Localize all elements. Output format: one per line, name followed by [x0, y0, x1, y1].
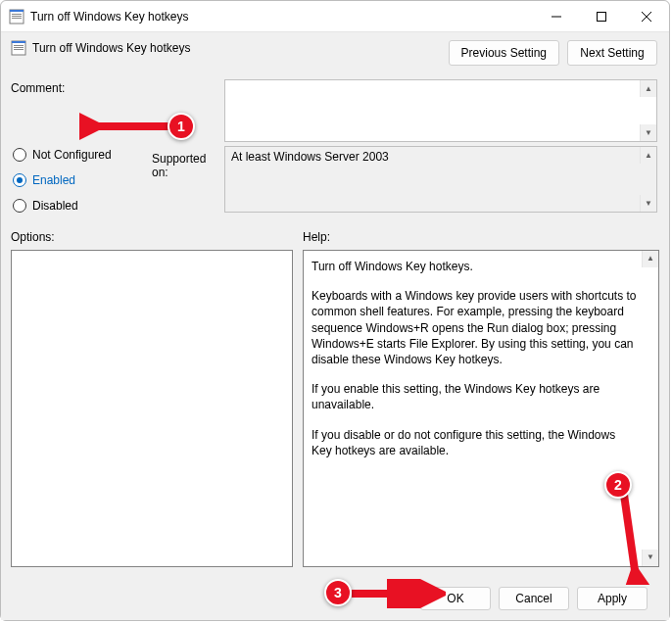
close-button[interactable] [624, 1, 669, 31]
svg-line-15 [624, 495, 636, 577]
help-panel: ▲ ▼ Turn off Windows Key hotkeys.Keyboar… [303, 250, 659, 567]
supported-on-text: At least Windows Server 2003 ▲ ▼ [224, 146, 657, 213]
next-setting-button[interactable]: Next Setting [567, 40, 657, 66]
svg-rect-11 [14, 45, 24, 46]
policy-title: Turn off Windows Key hotkeys [32, 40, 190, 56]
minimize-button[interactable] [534, 1, 579, 31]
svg-rect-10 [12, 41, 25, 43]
radio-label: Enabled [32, 173, 75, 187]
options-panel [11, 250, 293, 567]
options-label: Options: [11, 230, 293, 244]
svg-rect-2 [12, 14, 22, 15]
previous-setting-button[interactable]: Previous Setting [449, 40, 559, 66]
help-text: If you disable or do not configure this … [312, 427, 639, 458]
radio-disabled[interactable]: Disabled [13, 199, 148, 213]
help-text: If you enable this setting, the Windows … [312, 381, 639, 412]
annotation-arrow-2 [610, 487, 649, 585]
scroll-down-icon[interactable]: ▼ [640, 124, 656, 141]
radio-label: Not Configured [32, 148, 112, 162]
svg-rect-4 [12, 18, 22, 19]
comment-textarea[interactable]: ▲ ▼ [224, 79, 657, 142]
radio-icon [13, 199, 26, 213]
svg-rect-1 [10, 10, 24, 12]
app-icon [9, 9, 24, 24]
apply-button[interactable]: Apply [577, 587, 648, 610]
scroll-up-icon[interactable]: ▲ [640, 147, 656, 164]
maximize-button[interactable] [579, 1, 624, 31]
scroll-up-icon[interactable]: ▲ [642, 251, 658, 267]
scroll-down-icon[interactable]: ▼ [640, 195, 656, 212]
help-label: Help: [303, 230, 659, 244]
radio-enabled[interactable]: Enabled [13, 173, 148, 187]
dialog-window: Turn off Windows Key hotkeys Turn off [0, 0, 670, 621]
policy-icon [11, 40, 26, 56]
annotation-arrow-1 [79, 107, 177, 146]
window-title: Turn off Windows Key hotkeys [30, 10, 534, 24]
radio-icon [13, 173, 26, 187]
annotation-marker-1: 1 [168, 113, 195, 140]
supported-on-label: Supported on: [152, 146, 220, 213]
help-text: Keyboards with a Windows key provide use… [312, 288, 639, 367]
svg-rect-6 [598, 12, 606, 21]
cancel-button[interactable]: Cancel [499, 587, 569, 610]
svg-rect-13 [14, 49, 24, 50]
svg-rect-12 [14, 47, 24, 48]
svg-rect-3 [12, 16, 22, 17]
annotation-arrow-3 [348, 579, 446, 608]
radio-label: Disabled [32, 199, 78, 213]
annotation-marker-2: 2 [604, 471, 632, 499]
annotation-marker-3: 3 [324, 579, 352, 606]
radio-icon [13, 148, 26, 162]
radio-not-configured[interactable]: Not Configured [13, 148, 148, 162]
help-text: Turn off Windows Key hotkeys. [312, 259, 639, 274]
titlebar: Turn off Windows Key hotkeys [1, 1, 669, 32]
scroll-up-icon[interactable]: ▲ [640, 80, 656, 97]
